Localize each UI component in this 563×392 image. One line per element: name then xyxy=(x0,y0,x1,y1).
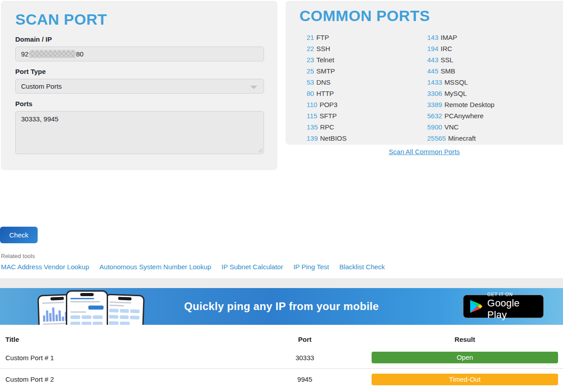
port-number: 143 xyxy=(427,34,438,41)
port-number: 53 xyxy=(307,78,314,86)
row-title: Custom Port # 1 xyxy=(0,354,269,362)
status-badge-timeout: Timed-Out xyxy=(372,374,558,385)
common-port-item[interactable]: 135RPC xyxy=(307,121,427,133)
port-number: 139 xyxy=(307,134,318,142)
port-name: MSSQL xyxy=(444,78,468,86)
port-number: 25565 xyxy=(427,134,446,142)
common-port-item[interactable]: 110POP3 xyxy=(307,99,427,110)
domain-input[interactable]: 9280 xyxy=(15,47,264,61)
port-number: 23 xyxy=(307,56,314,64)
common-port-item[interactable]: 5900VNC xyxy=(427,121,563,133)
common-port-item[interactable]: 1433MSSQL xyxy=(427,77,563,88)
phones-mockup-image xyxy=(38,289,152,325)
table-row: Custom Port # 2 9945 Timed-Out xyxy=(0,368,563,390)
common-port-item[interactable]: 23Telnet xyxy=(307,54,427,65)
phone-notch xyxy=(50,297,64,301)
scan-all-common-ports-link[interactable]: Scan All Common Ports xyxy=(389,148,459,155)
resize-handle-icon[interactable] xyxy=(257,147,262,152)
port-name: RPC xyxy=(320,123,334,131)
scan-port-title: SCAN PORT xyxy=(15,11,263,28)
header-port: Port xyxy=(269,336,341,343)
port-name: NetBIOS xyxy=(320,134,346,142)
port-number: 445 xyxy=(427,67,438,75)
common-port-item[interactable]: 25SMTP xyxy=(307,65,427,77)
common-port-item[interactable]: 22SSH xyxy=(307,43,427,54)
phone-mockup xyxy=(104,293,145,325)
port-name: POP3 xyxy=(320,101,338,108)
link-asn-lookup[interactable]: Autonomous System Number Lookup xyxy=(100,263,211,271)
common-port-item[interactable]: 5632PCAnywhere xyxy=(427,110,563,121)
port-name: PCAnywhere xyxy=(444,112,484,120)
row-port: 9945 xyxy=(269,375,341,383)
header-title: Title xyxy=(0,336,269,343)
google-play-badge[interactable]: GET IT ON Google Play xyxy=(463,295,544,318)
common-ports-grid: 21FTP 22SSH 23Telnet 25SMTP 53DNS 80HTTP… xyxy=(299,32,563,144)
port-name: SMTP xyxy=(316,67,335,75)
status-badge-open: Open xyxy=(372,352,558,363)
link-mac-address-vendor-lookup[interactable]: MAC Address Vendor Lookup xyxy=(1,263,89,271)
scan-port-panel: SCAN PORT Domain / IP 9280 Port Type Cus… xyxy=(1,1,277,170)
port-number: 194 xyxy=(427,45,438,52)
common-port-item[interactable]: 3389Remote Desktop xyxy=(427,99,563,110)
common-port-item[interactable]: 53DNS xyxy=(307,77,427,88)
ports-value: 30333, 9945 xyxy=(21,115,58,123)
common-port-item[interactable]: 194IRC xyxy=(427,43,563,54)
google-play-text: GET IT ON Google Play xyxy=(487,292,537,321)
domain-value-prefix: 92 xyxy=(21,50,29,58)
redacted-blur xyxy=(29,50,76,58)
port-number: 3389 xyxy=(427,101,442,108)
port-number: 110 xyxy=(307,101,317,108)
common-ports-panel: COMMON PORTS 21FTP 22SSH 23Telnet 25SMTP… xyxy=(286,1,563,145)
phone-notch xyxy=(118,297,131,301)
mobile-app-banner: Quickly ping any IP from your mobile GET… xyxy=(0,288,563,325)
common-port-item[interactable]: 445SMB xyxy=(427,65,563,77)
common-port-item[interactable]: 80HTTP xyxy=(307,88,427,99)
related-tools-heading: Related tools xyxy=(1,253,35,259)
common-port-item[interactable]: 25565Minecraft xyxy=(427,133,563,144)
port-number: 5900 xyxy=(427,123,442,131)
check-button[interactable]: Check xyxy=(0,227,38,243)
google-play-icon xyxy=(470,298,483,314)
port-number: 25 xyxy=(307,67,314,75)
results-table: Title Port Result Custom Port # 1 30333 … xyxy=(0,332,563,390)
port-name: SFTP xyxy=(320,112,337,120)
port-number: 3306 xyxy=(427,90,442,97)
header-result: Result xyxy=(372,336,558,343)
ports-textarea[interactable]: 30333, 9945 xyxy=(15,111,264,154)
scan-all-wrap: Scan All Common Ports xyxy=(286,148,563,156)
chevron-down-icon xyxy=(250,86,257,89)
link-blacklist-check[interactable]: Blacklist Check xyxy=(339,263,385,271)
gray-strip xyxy=(0,278,563,288)
port-number: 5632 xyxy=(427,112,442,120)
common-ports-right-column: 143IMAP 194IRC 443SSL 445SMB 1433MSSQL 3… xyxy=(427,32,563,144)
port-number: 135 xyxy=(307,123,318,131)
port-name: VNC xyxy=(444,123,459,131)
port-name: DNS xyxy=(316,78,331,86)
common-ports-title: COMMON PORTS xyxy=(299,7,563,25)
port-name: Telnet xyxy=(316,56,334,64)
port-name: IMAP xyxy=(441,34,457,41)
port-number: 22 xyxy=(307,45,314,52)
port-name: HTTP xyxy=(316,90,334,97)
table-row: Custom Port # 1 30333 Open xyxy=(0,347,563,368)
link-ip-ping-test[interactable]: IP Ping Test xyxy=(293,263,329,271)
port-number: 115 xyxy=(307,112,317,120)
common-port-item[interactable]: 139NetBIOS xyxy=(307,133,427,144)
port-name: FTP xyxy=(316,34,329,41)
link-ip-subnet-calculator[interactable]: IP Subnet Calculator xyxy=(221,263,283,271)
port-number: 443 xyxy=(427,56,438,64)
common-port-item[interactable]: 115SFTP xyxy=(307,110,427,121)
common-port-item[interactable]: 443SSL xyxy=(427,54,563,65)
port-number: 80 xyxy=(307,90,314,97)
common-port-item[interactable]: 21FTP xyxy=(307,32,427,43)
get-it-on-label: GET IT ON xyxy=(487,292,537,297)
row-port: 30333 xyxy=(269,354,341,362)
common-port-item[interactable]: 143IMAP xyxy=(427,32,563,43)
row-title: Custom Port # 2 xyxy=(0,375,269,383)
port-name: IRC xyxy=(441,45,452,52)
port-type-select[interactable]: Custom Ports xyxy=(15,79,264,94)
common-port-item[interactable]: 3306MySQL xyxy=(427,88,563,99)
results-header-row: Title Port Result xyxy=(0,332,563,347)
port-type-label: Port Type xyxy=(15,68,263,75)
port-name: SSH xyxy=(316,45,330,52)
